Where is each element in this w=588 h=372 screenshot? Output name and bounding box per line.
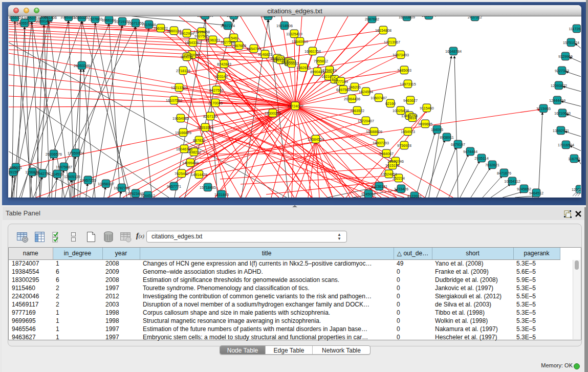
svg-text:39159: 39159 — [9, 170, 18, 174]
svg-text:2087682: 2087682 — [365, 17, 379, 21]
svg-text:12353594: 12353594 — [197, 125, 213, 130]
svg-text:12213967: 12213967 — [384, 40, 400, 45]
svg-text:9329966: 9329966 — [558, 54, 573, 59]
svg-text:9464512: 9464512 — [529, 191, 543, 195]
svg-text:6814: 6814 — [408, 116, 417, 120]
svg-text:2367608: 2367608 — [232, 43, 246, 48]
svg-text:14136141: 14136141 — [371, 184, 387, 189]
svg-text:19166825: 19166825 — [175, 130, 191, 135]
svg-text:17016504: 17016504 — [558, 143, 574, 147]
svg-text:15720407: 15720407 — [358, 119, 374, 123]
svg-text:19654985: 19654985 — [172, 116, 189, 121]
svg-text:10973493: 10973493 — [393, 53, 409, 57]
svg-text:9463627: 9463627 — [403, 98, 418, 103]
svg-text:19218506: 19218506 — [276, 24, 293, 28]
svg-text:7955812: 7955812 — [314, 59, 328, 63]
svg-text:1624554: 1624554 — [359, 90, 373, 94]
svg-text:11325419: 11325419 — [286, 32, 302, 36]
svg-text:17359924: 17359924 — [68, 151, 84, 156]
svg-text:3857224: 3857224 — [221, 24, 235, 28]
svg-text:18907293: 18907293 — [373, 141, 389, 145]
svg-text:9084067: 9084067 — [379, 151, 394, 156]
svg-text:16154808: 16154808 — [375, 28, 391, 33]
svg-text:19384554: 19384554 — [308, 137, 324, 142]
svg-text:14055724: 14055724 — [9, 16, 23, 20]
svg-text:10688609: 10688609 — [366, 129, 382, 134]
svg-text:16210643: 16210643 — [554, 111, 571, 116]
svg-text:887833: 887833 — [193, 138, 205, 143]
svg-text:3215955: 3215955 — [536, 106, 551, 111]
svg-text:8813074: 8813074 — [422, 16, 436, 18]
svg-text:7363522: 7363522 — [350, 108, 364, 113]
svg-text:26053346: 26053346 — [74, 63, 90, 68]
svg-text:17957255: 17957255 — [80, 178, 96, 183]
svg-text:9244512: 9244512 — [141, 193, 155, 198]
svg-text:8122031: 8122031 — [407, 194, 422, 198]
svg-text:546: 546 — [231, 36, 237, 40]
svg-text:9657771: 9657771 — [167, 184, 181, 189]
svg-text:12973115: 12973115 — [400, 82, 416, 86]
svg-text:8912954: 8912954 — [180, 31, 194, 36]
svg-text:114519: 114519 — [51, 172, 63, 177]
svg-text:20691406: 20691406 — [36, 19, 52, 24]
svg-text:10654112: 10654112 — [504, 179, 520, 184]
svg-text:18724007: 18724007 — [287, 104, 303, 108]
svg-text:12213369: 12213369 — [171, 85, 187, 90]
svg-text:12942737: 12942737 — [34, 171, 51, 176]
svg-text:9474444: 9474444 — [463, 149, 477, 154]
svg-text:2437312: 2437312 — [468, 16, 482, 19]
svg-text:7632621: 7632621 — [485, 163, 499, 167]
svg-text:9699695: 9699695 — [418, 122, 432, 126]
svg-text:252214: 252214 — [393, 176, 405, 181]
svg-text:16033809: 16033809 — [197, 16, 213, 18]
svg-text:7625402: 7625402 — [175, 171, 189, 176]
svg-text:4498222: 4498222 — [187, 150, 201, 155]
svg-text:6794028: 6794028 — [322, 68, 337, 73]
svg-text:8427552: 8427552 — [209, 88, 224, 93]
svg-text:1527602: 1527602 — [88, 17, 102, 21]
svg-text:835001: 835001 — [10, 165, 22, 170]
svg-text:8267130: 8267130 — [203, 114, 217, 119]
svg-text:14099489: 14099489 — [182, 161, 199, 165]
svg-text:8471676: 8471676 — [497, 171, 511, 176]
svg-text:1615132: 1615132 — [385, 163, 400, 168]
svg-text:19975887: 19975887 — [56, 165, 72, 169]
svg-text:8196323: 8196323 — [206, 38, 220, 42]
svg-text:13692971: 13692971 — [553, 128, 569, 133]
svg-text:10607487: 10607487 — [371, 96, 387, 100]
svg-text:1733426: 1733426 — [394, 187, 408, 191]
svg-text:11172604: 11172604 — [569, 27, 581, 31]
svg-text:3660124: 3660124 — [167, 29, 181, 33]
svg-text:26206576: 26206576 — [46, 152, 62, 157]
svg-text:9245052: 9245052 — [361, 192, 376, 196]
svg-text:9756928: 9756928 — [397, 143, 411, 148]
svg-text:10025438: 10025438 — [393, 108, 409, 113]
svg-text:20364436: 20364436 — [344, 97, 360, 101]
svg-text:1654923: 1654923 — [401, 129, 415, 134]
svg-text:1531845: 1531845 — [214, 192, 229, 197]
svg-text:9777169: 9777169 — [334, 79, 348, 84]
svg-text:12505135: 12505135 — [64, 174, 80, 179]
svg-text:116753: 116753 — [568, 157, 580, 161]
svg-text:13640910: 13640910 — [292, 39, 308, 44]
svg-text:1362615: 1362615 — [296, 65, 311, 70]
svg-text:746206: 746206 — [349, 85, 361, 90]
svg-text:9227343: 9227343 — [555, 69, 569, 73]
svg-text:14055724: 14055724 — [16, 21, 33, 26]
svg-text:803144: 803144 — [215, 74, 228, 79]
svg-text:16648784: 16648784 — [445, 49, 462, 54]
svg-text:164095: 164095 — [431, 127, 443, 132]
svg-text:16961758: 16961758 — [304, 49, 321, 54]
svg-text:16543362: 16543362 — [185, 40, 201, 45]
svg-text:62160: 62160 — [385, 101, 396, 106]
svg-text:15751074: 15751074 — [563, 40, 579, 45]
svg-text:2935114: 2935114 — [474, 156, 488, 161]
svg-text:8938911: 8938911 — [440, 135, 453, 140]
svg-text:16033809: 16033809 — [399, 16, 415, 19]
svg-text:989016: 989016 — [181, 55, 193, 59]
svg-text:3857224: 3857224 — [227, 16, 241, 18]
svg-text:18300295: 18300295 — [265, 111, 281, 116]
svg-text:16107552: 16107552 — [166, 98, 182, 103]
svg-text:7485003: 7485003 — [397, 68, 411, 73]
svg-text:2718126: 2718126 — [176, 69, 190, 73]
